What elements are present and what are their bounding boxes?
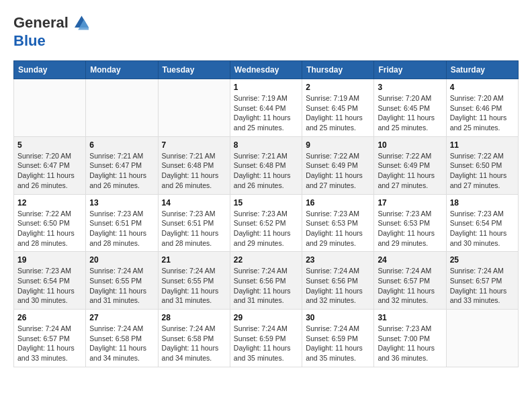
calendar-cell <box>86 79 158 137</box>
calendar-cell: 12Sunrise: 7:22 AM Sunset: 6:50 PM Dayli… <box>14 194 86 252</box>
day-number: 1 <box>234 83 298 92</box>
day-number: 21 <box>162 255 226 265</box>
day-info: Sunrise: 7:22 AM Sunset: 6:49 PM Dayligh… <box>306 151 370 191</box>
calendar-week-row: 5Sunrise: 7:20 AM Sunset: 6:47 PM Daylig… <box>14 136 519 194</box>
calendar-week-row: 19Sunrise: 7:23 AM Sunset: 6:54 PM Dayli… <box>14 252 519 310</box>
day-number: 29 <box>234 313 298 322</box>
day-info: Sunrise: 7:24 AM Sunset: 6:55 PM Dayligh… <box>162 266 226 306</box>
day-info: Sunrise: 7:23 AM Sunset: 7:00 PM Dayligh… <box>378 324 442 363</box>
logo: General Blue <box>13 13 89 50</box>
day-info: Sunrise: 7:19 AM Sunset: 6:45 PM Dayligh… <box>306 93 370 133</box>
day-info: Sunrise: 7:24 AM Sunset: 6:59 PM Dayligh… <box>234 324 298 363</box>
day-number: 30 <box>306 313 370 322</box>
calendar-cell: 6Sunrise: 7:21 AM Sunset: 6:47 PM Daylig… <box>86 136 158 194</box>
weekday-header-saturday: Saturday <box>446 61 518 79</box>
day-info: Sunrise: 7:23 AM Sunset: 6:54 PM Dayligh… <box>450 209 515 248</box>
day-number: 10 <box>378 140 442 150</box>
day-info: Sunrise: 7:20 AM Sunset: 6:46 PM Dayligh… <box>450 93 515 133</box>
calendar-cell: 29Sunrise: 7:24 AM Sunset: 6:59 PM Dayli… <box>230 310 302 367</box>
calendar-week-row: 12Sunrise: 7:22 AM Sunset: 6:50 PM Dayli… <box>14 194 519 252</box>
day-info: Sunrise: 7:20 AM Sunset: 6:47 PM Dayligh… <box>17 151 82 191</box>
weekday-header-sunday: Sunday <box>14 61 86 79</box>
day-number: 4 <box>450 83 515 92</box>
calendar-cell: 30Sunrise: 7:24 AM Sunset: 6:59 PM Dayli… <box>302 310 374 367</box>
day-info: Sunrise: 7:23 AM Sunset: 6:52 PM Dayligh… <box>234 209 298 248</box>
calendar-cell: 24Sunrise: 7:24 AM Sunset: 6:57 PM Dayli… <box>374 252 446 310</box>
calendar-cell <box>158 79 230 137</box>
calendar-cell <box>14 79 86 137</box>
day-number: 24 <box>378 255 442 265</box>
day-info: Sunrise: 7:24 AM Sunset: 6:57 PM Dayligh… <box>450 266 515 306</box>
day-number: 27 <box>89 313 154 322</box>
calendar-cell: 9Sunrise: 7:22 AM Sunset: 6:49 PM Daylig… <box>302 136 374 194</box>
weekday-header-friday: Friday <box>374 61 446 79</box>
weekday-header-wednesday: Wednesday <box>230 61 302 79</box>
calendar-cell: 1Sunrise: 7:19 AM Sunset: 6:44 PM Daylig… <box>230 79 302 137</box>
day-number: 3 <box>378 83 442 92</box>
day-info: Sunrise: 7:22 AM Sunset: 6:49 PM Dayligh… <box>378 151 442 191</box>
calendar-cell: 13Sunrise: 7:23 AM Sunset: 6:51 PM Dayli… <box>86 194 158 252</box>
day-info: Sunrise: 7:22 AM Sunset: 6:50 PM Dayligh… <box>450 151 515 191</box>
calendar-cell: 17Sunrise: 7:23 AM Sunset: 6:53 PM Dayli… <box>374 194 446 252</box>
calendar-cell: 26Sunrise: 7:24 AM Sunset: 6:57 PM Dayli… <box>14 310 86 367</box>
day-info: Sunrise: 7:24 AM Sunset: 6:56 PM Dayligh… <box>306 266 370 306</box>
day-number: 6 <box>89 140 154 150</box>
day-info: Sunrise: 7:23 AM Sunset: 6:51 PM Dayligh… <box>162 209 226 248</box>
day-number: 22 <box>234 255 298 265</box>
calendar-cell: 28Sunrise: 7:24 AM Sunset: 6:58 PM Dayli… <box>158 310 230 367</box>
day-info: Sunrise: 7:21 AM Sunset: 6:47 PM Dayligh… <box>89 151 154 191</box>
day-number: 12 <box>17 198 82 208</box>
day-info: Sunrise: 7:24 AM Sunset: 6:56 PM Dayligh… <box>234 266 298 306</box>
calendar-cell: 25Sunrise: 7:24 AM Sunset: 6:57 PM Dayli… <box>446 252 518 310</box>
day-number: 23 <box>306 255 370 265</box>
day-info: Sunrise: 7:23 AM Sunset: 6:53 PM Dayligh… <box>378 209 442 248</box>
logo-text-blue: Blue <box>13 32 46 50</box>
weekday-header-monday: Monday <box>86 61 158 79</box>
calendar-cell: 19Sunrise: 7:23 AM Sunset: 6:54 PM Dayli… <box>14 252 86 310</box>
calendar-cell: 5Sunrise: 7:20 AM Sunset: 6:47 PM Daylig… <box>14 136 86 194</box>
day-info: Sunrise: 7:24 AM Sunset: 6:58 PM Dayligh… <box>89 324 154 363</box>
calendar-cell: 21Sunrise: 7:24 AM Sunset: 6:55 PM Dayli… <box>158 252 230 310</box>
day-info: Sunrise: 7:20 AM Sunset: 6:45 PM Dayligh… <box>378 93 442 133</box>
calendar-cell: 15Sunrise: 7:23 AM Sunset: 6:52 PM Dayli… <box>230 194 302 252</box>
calendar-cell: 20Sunrise: 7:24 AM Sunset: 6:55 PM Dayli… <box>86 252 158 310</box>
day-number: 15 <box>234 198 298 208</box>
day-number: 18 <box>450 198 515 208</box>
day-info: Sunrise: 7:24 AM Sunset: 6:55 PM Dayligh… <box>89 266 154 306</box>
day-number: 9 <box>306 140 370 150</box>
day-info: Sunrise: 7:24 AM Sunset: 6:58 PM Dayligh… <box>162 324 226 363</box>
page-header: General Blue <box>13 13 519 50</box>
calendar-table: SundayMondayTuesdayWednesdayThursdayFrid… <box>13 60 519 367</box>
day-number: 7 <box>162 140 226 150</box>
calendar-cell <box>446 310 518 367</box>
calendar-cell: 2Sunrise: 7:19 AM Sunset: 6:45 PM Daylig… <box>302 79 374 137</box>
day-info: Sunrise: 7:24 AM Sunset: 6:59 PM Dayligh… <box>306 324 370 363</box>
day-number: 11 <box>450 140 515 150</box>
calendar-cell: 31Sunrise: 7:23 AM Sunset: 7:00 PM Dayli… <box>374 310 446 367</box>
day-number: 28 <box>162 313 226 322</box>
day-number: 13 <box>89 198 154 208</box>
logo-text-general: General <box>13 14 69 32</box>
calendar-cell: 7Sunrise: 7:21 AM Sunset: 6:48 PM Daylig… <box>158 136 230 194</box>
weekday-header-row: SundayMondayTuesdayWednesdayThursdayFrid… <box>14 61 519 79</box>
day-number: 2 <box>306 83 370 92</box>
day-info: Sunrise: 7:23 AM Sunset: 6:51 PM Dayligh… <box>89 209 154 248</box>
weekday-header-thursday: Thursday <box>302 61 374 79</box>
calendar-cell: 27Sunrise: 7:24 AM Sunset: 6:58 PM Dayli… <box>86 310 158 367</box>
day-number: 5 <box>17 140 82 150</box>
calendar-cell: 11Sunrise: 7:22 AM Sunset: 6:50 PM Dayli… <box>446 136 518 194</box>
calendar-week-row: 26Sunrise: 7:24 AM Sunset: 6:57 PM Dayli… <box>14 310 519 367</box>
calendar-cell: 16Sunrise: 7:23 AM Sunset: 6:53 PM Dayli… <box>302 194 374 252</box>
calendar-cell: 4Sunrise: 7:20 AM Sunset: 6:46 PM Daylig… <box>446 79 518 137</box>
calendar-week-row: 1Sunrise: 7:19 AM Sunset: 6:44 PM Daylig… <box>14 79 519 137</box>
calendar-cell: 3Sunrise: 7:20 AM Sunset: 6:45 PM Daylig… <box>374 79 446 137</box>
day-info: Sunrise: 7:23 AM Sunset: 6:53 PM Dayligh… <box>306 209 370 248</box>
calendar-cell: 22Sunrise: 7:24 AM Sunset: 6:56 PM Dayli… <box>230 252 302 310</box>
calendar-cell: 10Sunrise: 7:22 AM Sunset: 6:49 PM Dayli… <box>374 136 446 194</box>
calendar-cell: 8Sunrise: 7:21 AM Sunset: 6:48 PM Daylig… <box>230 136 302 194</box>
day-info: Sunrise: 7:21 AM Sunset: 6:48 PM Dayligh… <box>234 151 298 191</box>
day-info: Sunrise: 7:24 AM Sunset: 6:57 PM Dayligh… <box>378 266 442 306</box>
day-info: Sunrise: 7:22 AM Sunset: 6:50 PM Dayligh… <box>17 209 82 248</box>
day-number: 20 <box>89 255 154 265</box>
day-number: 8 <box>234 140 298 150</box>
